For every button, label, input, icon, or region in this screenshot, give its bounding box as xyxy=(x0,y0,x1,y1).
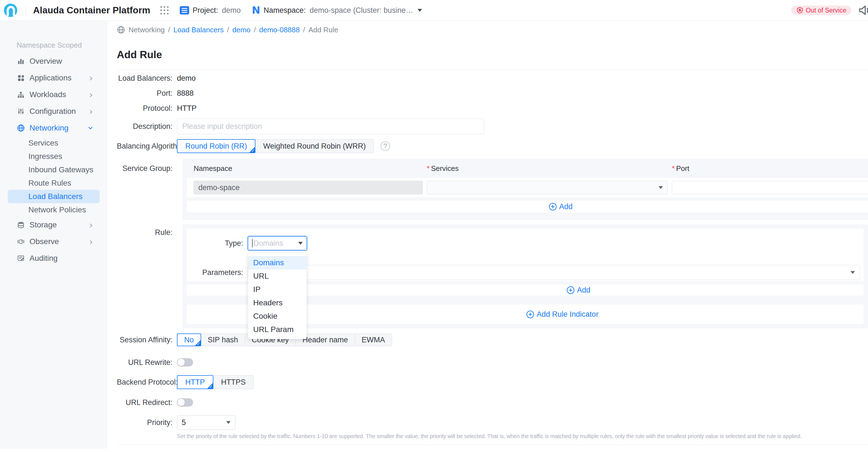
type-option-cookie[interactable]: Cookie xyxy=(248,309,307,323)
type-option-domains[interactable]: Domains xyxy=(248,256,307,269)
type-option-url-param[interactable]: URL Param xyxy=(248,323,307,336)
namespace-input: demo-space xyxy=(194,181,423,194)
add-rule-indicator-button[interactable]: Add Rule Indicator xyxy=(526,310,598,319)
chevron-down-icon xyxy=(850,271,855,274)
project-switcher[interactable]: Project: demo xyxy=(180,6,241,15)
session-option-no[interactable]: No xyxy=(177,333,201,346)
namespace-label: Namespace: xyxy=(264,6,306,15)
sidebar-item-auditing[interactable]: Auditing xyxy=(0,250,107,267)
rule-panel: Type: Domains Domains URL IP Headers xyxy=(183,224,868,328)
sidebar: Namespace Scoped Overview Applications ›… xyxy=(0,21,107,449)
type-select[interactable]: Domains Domains URL IP Headers Cookie UR… xyxy=(248,236,307,250)
sidebar-item-route-rules[interactable]: Route Rules xyxy=(0,177,107,190)
services-select[interactable] xyxy=(427,181,668,194)
gauge-icon xyxy=(17,237,25,246)
priority-label: Priority: xyxy=(117,418,173,427)
service-group-row: demo-space xyxy=(187,178,868,197)
port-column-header: Port xyxy=(672,164,689,173)
breadcrumb-link-load-balancers[interactable]: Load Balancers xyxy=(173,26,224,34)
workloads-tree-icon xyxy=(17,90,25,99)
chevron-right-icon: › xyxy=(89,73,93,83)
bar-chart-icon xyxy=(17,57,25,65)
sidebar-item-networking[interactable]: Networking › xyxy=(0,120,107,137)
breadcrumb-link-demo-08888[interactable]: demo-08888 xyxy=(259,26,300,34)
namespace-column-header: Namespace xyxy=(194,164,427,173)
announcement-speaker-icon[interactable] xyxy=(858,4,868,17)
backend-option-https[interactable]: HTTPS xyxy=(213,375,254,389)
service-group-panel: Namespace Services Port demo-space Add xyxy=(183,159,868,220)
chevron-right-icon: › xyxy=(89,220,93,230)
sidebar-item-ingresses[interactable]: Ingresses xyxy=(0,150,107,163)
chevron-down-icon: › xyxy=(86,126,96,130)
service-group-add-row: Add xyxy=(187,201,868,212)
shield-icon xyxy=(796,7,803,14)
add-service-button[interactable]: Add xyxy=(549,202,572,211)
sidebar-item-configuration[interactable]: Configuration › xyxy=(0,103,107,120)
chevron-down-icon xyxy=(298,242,303,245)
url-redirect-toggle[interactable] xyxy=(177,398,193,406)
audit-log-icon xyxy=(17,254,25,263)
balancing-option-wrr[interactable]: Weighted Round Robin (WRR) xyxy=(255,139,374,153)
url-rewrite-toggle[interactable] xyxy=(177,358,193,366)
page: Alauda Container Platform Project: demo … xyxy=(0,0,868,452)
type-option-url[interactable]: URL xyxy=(248,269,307,283)
parameters-select[interactable] xyxy=(248,265,860,280)
type-option-headers[interactable]: Headers xyxy=(248,296,307,309)
sidebar-section-label: Namespace Scoped xyxy=(17,41,107,50)
sidebar-item-applications[interactable]: Applications › xyxy=(0,69,107,86)
sidebar-item-inbound-gateways[interactable]: Inbound Gateways xyxy=(0,163,107,177)
session-affinity-label: Session Affinity: xyxy=(117,336,173,344)
top-header: Alauda Container Platform Project: demo … xyxy=(0,0,868,21)
port-label: Port: xyxy=(117,89,173,98)
breadcrumb: Networking / Load Balancers / demo / dem… xyxy=(107,21,868,39)
add-parameter-button[interactable]: Add xyxy=(566,286,590,295)
service-port-input[interactable] xyxy=(672,181,868,194)
type-dropdown: Domains URL IP Headers Cookie URL Param xyxy=(248,253,307,339)
header-divider xyxy=(26,4,26,17)
load-balancers-label: Load Balancers: xyxy=(117,74,173,83)
sliders-icon xyxy=(17,107,25,116)
namespace-switcher[interactable]: N Namespace: demo-space (Cluster: busine… xyxy=(252,5,422,15)
plus-circle-icon xyxy=(526,310,534,319)
app-title: Alauda Container Platform xyxy=(33,5,150,16)
sidebar-item-load-balancers[interactable]: Load Balancers xyxy=(8,190,100,203)
services-column-header: Services xyxy=(427,164,672,173)
type-option-ip[interactable]: IP xyxy=(248,283,307,296)
description-input[interactable] xyxy=(177,119,484,134)
main-content: Networking / Load Balancers / demo / dem… xyxy=(107,21,868,452)
breadcrumb-link-demo[interactable]: demo xyxy=(232,26,250,34)
chevron-down-icon xyxy=(658,186,663,189)
project-icon xyxy=(180,6,189,14)
app-launcher-icon[interactable] xyxy=(160,6,168,14)
help-icon[interactable]: ? xyxy=(380,141,390,151)
breadcrumb-current: Add Rule xyxy=(309,26,338,34)
type-placeholder: Domains xyxy=(253,239,283,248)
url-rewrite-label: URL Rewrite: xyxy=(117,358,173,367)
sidebar-item-overview[interactable]: Overview xyxy=(0,53,107,69)
chevron-right-icon: › xyxy=(89,237,93,246)
url-redirect-label: URL Redirect: xyxy=(117,398,173,407)
balancing-algorithm-label: Balancing Algorithm: xyxy=(117,142,173,151)
bottom-divider xyxy=(117,445,868,445)
chevron-right-icon: › xyxy=(89,90,93,99)
plus-circle-icon xyxy=(549,202,557,211)
plus-circle-icon xyxy=(566,286,575,294)
session-option-sip-hash[interactable]: SIP hash xyxy=(201,333,245,346)
protocol-value: HTTP xyxy=(177,104,197,113)
chevron-down-icon xyxy=(226,421,230,424)
balancing-option-rr[interactable]: Round Robin (RR) xyxy=(177,139,255,153)
service-group-label: Service Group: xyxy=(117,159,173,173)
sidebar-item-services[interactable]: Services xyxy=(0,137,107,150)
port-value: 8888 xyxy=(177,89,194,98)
globe-icon xyxy=(17,124,25,132)
session-option-ewma[interactable]: EWMA xyxy=(355,333,392,346)
backend-option-http[interactable]: HTTP xyxy=(177,375,213,389)
sidebar-item-storage[interactable]: Storage › xyxy=(0,216,107,233)
priority-select[interactable]: 5 xyxy=(177,415,235,430)
sidebar-item-network-policies[interactable]: Network Policies xyxy=(0,203,107,216)
type-label: Type: xyxy=(187,239,243,248)
backend-protocol-label: Backend Protocol: xyxy=(117,378,173,387)
sidebar-item-workloads[interactable]: Workloads › xyxy=(0,86,107,103)
sidebar-item-observe[interactable]: Observe › xyxy=(0,233,107,250)
status-badge[interactable]: Out of Service xyxy=(791,6,851,15)
